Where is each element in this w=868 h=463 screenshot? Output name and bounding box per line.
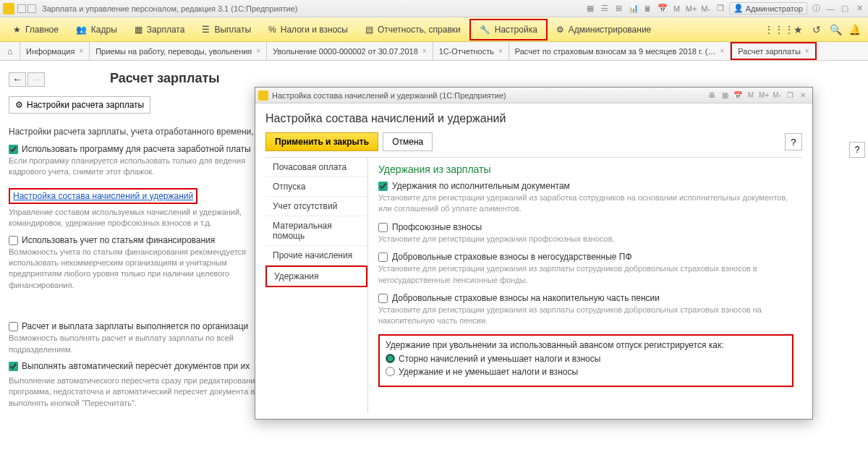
mem-mplus-icon[interactable]: M+	[758, 90, 770, 101]
settings-button[interactable]: ⚙Настройки расчета зарплаты	[9, 96, 150, 114]
close-icon[interactable]: ✕	[797, 90, 809, 101]
radio-group-dismiss: Удержание при увольнении за использованн…	[378, 334, 793, 387]
star-icon[interactable]: ★	[791, 22, 805, 37]
calc-icon[interactable]: 🖩	[642, 3, 654, 14]
intro-text: Настройки расчета зарплаты, учета отрабо…	[9, 125, 255, 138]
sidebar-item-absent[interactable]: Учет отсутствий	[265, 197, 367, 216]
close-icon[interactable]: ×	[805, 47, 809, 55]
menu-admin[interactable]: ⚙Администрирование	[548, 17, 660, 42]
help-button[interactable]: ?	[849, 142, 865, 158]
radio-group-title: Удержание при увольнении за использованн…	[386, 340, 786, 350]
section-heading: Удержания из зарплаты	[378, 163, 793, 175]
app-logo-icon	[3, 3, 14, 14]
tab-info[interactable]: Информация×	[20, 42, 90, 60]
toolbar-icon[interactable]: ⊞	[613, 3, 625, 14]
menu-vyplaty[interactable]: ☰Выплаты	[193, 17, 260, 42]
menu-main[interactable]: ★Главное	[4, 17, 67, 42]
note: Установите для регистрации удержания про…	[378, 234, 793, 245]
note: Если программу планируется использовать …	[9, 156, 255, 178]
chk-vol-pf[interactable]: Добровольные страховые взносы в негосуда…	[378, 252, 793, 262]
note: Управление составом используемых начисле…	[9, 207, 255, 229]
chk-vol-pension[interactable]: Добровольные страховые взносы на накопит…	[378, 293, 793, 303]
sidebar-item-uderzhaniya[interactable]: Удержания	[265, 266, 367, 287]
dialog-title: Настройка состава начислений и удержаний…	[272, 91, 705, 100]
mem-mminus-icon[interactable]: M-	[771, 90, 783, 101]
home-tab[interactable]: ⌂	[0, 42, 20, 60]
nav-forward-button: →	[27, 72, 45, 87]
close-icon[interactable]: ×	[498, 47, 503, 55]
close-icon[interactable]: ×	[720, 47, 724, 55]
tab-raschet-zarplaty[interactable]: Расчет зарплаты×	[731, 42, 816, 60]
nav-back-button[interactable]: ←	[9, 72, 26, 87]
menu-kadry[interactable]: 👥Кадры	[67, 17, 126, 42]
calendar-icon[interactable]: 📅	[657, 3, 668, 14]
toolbar-icon[interactable]: 📊	[628, 3, 639, 14]
note: Возможность учета по статьям финансирова…	[9, 247, 255, 292]
window-icon[interactable]: ❐	[715, 3, 726, 14]
dialog-nastroika: Настройка состава начислений и удержаний…	[255, 87, 813, 420]
calendar-icon[interactable]: 📅	[732, 90, 744, 101]
tab-uvolnenie[interactable]: Увольнение 0000-000002 от 30.07.2018×	[267, 42, 433, 60]
maximize-icon[interactable]: ▢	[839, 3, 851, 14]
page-title: Расчет зарплаты	[110, 71, 220, 86]
menu-nalogi[interactable]: %Налоги и взносы	[260, 17, 357, 42]
menu-zarplata[interactable]: ▦Зарплата	[126, 17, 194, 42]
radio-storno[interactable]: Сторно начислений и уменьшает налоги и в…	[386, 354, 786, 364]
user-badge[interactable]: 👤Администратор	[729, 2, 807, 14]
gear-icon: ⚙	[15, 100, 23, 110]
cancel-button[interactable]: Отмена	[383, 132, 433, 151]
apps-icon[interactable]: ⋮⋮⋮	[772, 22, 786, 37]
toolbar-icon[interactable]: ☰	[599, 3, 610, 14]
mem-mminus-icon[interactable]: M-	[700, 3, 712, 14]
search-icon[interactable]: 🔍	[828, 22, 843, 37]
tab-priemy[interactable]: Приемы на работу, переводы, увольнения×	[90, 42, 267, 60]
mem-mplus-icon[interactable]: M+	[686, 3, 697, 14]
mem-m-icon[interactable]: M	[671, 3, 683, 14]
close-icon[interactable]: ×	[256, 47, 260, 55]
note: Установите для регистрации удержаний из …	[378, 192, 793, 215]
titlebar-button[interactable]	[17, 4, 26, 13]
tab-raschet-strah[interactable]: Расчет по страховым взносам за 9 месяцев…	[509, 42, 731, 60]
sidebar-item-mathelp[interactable]: Материальная помощь	[265, 216, 367, 246]
chk-exec-docs[interactable]: Удержания по исполнительным документам	[378, 181, 793, 191]
sidebar-item-other[interactable]: Прочие начисления	[265, 246, 367, 266]
app-title: Зарплата и управление персоналом, редакц…	[38, 4, 584, 13]
user-name: Администратор	[746, 4, 803, 13]
menu-otchet[interactable]: ▤Отчетность, справки	[357, 17, 469, 42]
mem-m-icon[interactable]: M	[745, 90, 757, 101]
note: Установите для регистрации удержания из …	[378, 263, 793, 286]
sidebar-item-otpuska[interactable]: Отпуска	[265, 177, 367, 197]
chk-union[interactable]: Профсоюзные взносы	[378, 222, 793, 232]
link-nastroika-sostava[interactable]: Настройка состава начислений и удержаний	[9, 188, 197, 204]
info-icon[interactable]: ⓘ	[810, 3, 822, 14]
note: Установите для регистрации удержания из …	[378, 305, 793, 327]
bell-icon[interactable]: 🔔	[847, 22, 861, 37]
help-button[interactable]: ?	[785, 133, 802, 150]
close-icon[interactable]: ✕	[854, 3, 865, 14]
apply-close-button[interactable]: Применить и закрыть	[265, 132, 378, 151]
note: Возможность выполнять расчет и выплату з…	[9, 333, 255, 355]
toolbar-icon[interactable]: ▦	[584, 3, 596, 14]
dialog-heading: Настройка состава начислений и удержаний	[265, 112, 802, 125]
close-icon[interactable]: ×	[79, 47, 83, 55]
print-icon[interactable]: 🖶	[706, 90, 718, 101]
1c-logo-icon	[258, 90, 268, 101]
history-icon[interactable]: ↺	[809, 22, 824, 37]
sidebar-item-hourly[interactable]: Почасовая оплата	[265, 158, 367, 177]
close-icon[interactable]: ×	[422, 47, 427, 55]
titlebar-button[interactable]	[27, 4, 36, 13]
grid-icon[interactable]: ▦	[719, 90, 731, 101]
minimize-icon[interactable]: —	[825, 3, 836, 14]
restore-icon[interactable]: ❐	[784, 90, 796, 101]
radio-uderzh[interactable]: Удержание и не уменьшает налоги и взносы	[386, 367, 786, 377]
tab-1cotchet[interactable]: 1С-Отчетность×	[433, 42, 509, 60]
menu-nastroika[interactable]: 🔧Настройка	[469, 19, 548, 41]
